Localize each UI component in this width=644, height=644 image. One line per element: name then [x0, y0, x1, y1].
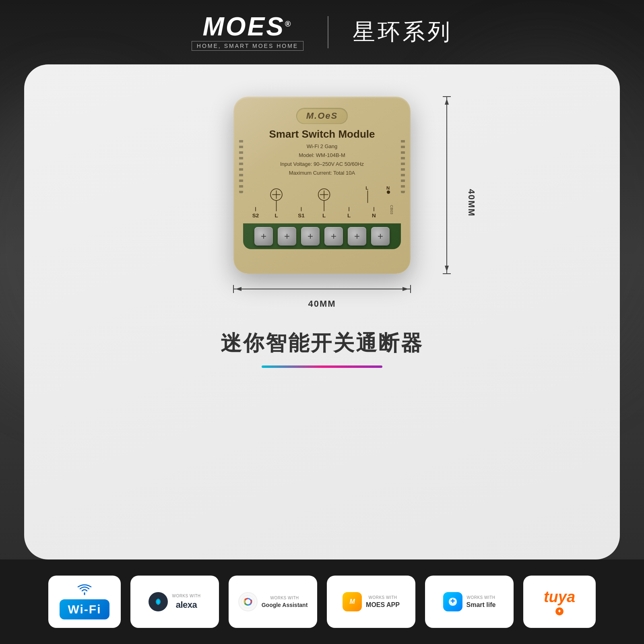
header-divider [328, 16, 328, 48]
svg-marker-31 [235, 287, 242, 291]
terminal-screw-2 [278, 227, 296, 246]
spec2: Model: WM-104B-M [299, 152, 345, 158]
moes-app-text-block: WORKS WITH MOES APP [366, 595, 400, 609]
svg-text:N: N [386, 186, 390, 191]
svg-point-20 [387, 191, 390, 194]
google-icon [238, 592, 258, 611]
header-series: 星环系列 [353, 17, 452, 47]
dim-right-arrow [431, 97, 463, 274]
svg-text:L: L [275, 213, 278, 219]
main-card: 40MM M.OeS Smart Switch Module Wi-Fi 2 G… [24, 64, 620, 559]
brand-logo: MOeS® [202, 14, 292, 39]
terminal-screw-4 [324, 227, 343, 246]
smart-life-icon [443, 592, 462, 611]
svg-marker-3 [445, 99, 449, 105]
tuya-badge: tuya [523, 576, 596, 628]
svg-text:CB03: CB03 [390, 205, 394, 215]
smart-life-label: Smart life [466, 601, 496, 609]
wifi-label: Wi-Fi [68, 603, 101, 616]
alexa-text-block: WORKS WITH alexa [172, 594, 200, 610]
svg-text:L: L [322, 213, 326, 219]
google-works-with: Works with [270, 596, 299, 600]
smart-life-works-with: WORKS WITH [466, 595, 495, 600]
terminal-screw-5 [348, 227, 366, 246]
device-info: Wi-Fi 2 Gang Model: WM-104B-M Input Volt… [280, 142, 364, 178]
google-label: Google Assistant [262, 602, 308, 608]
spec3: Input Voltage: 90–250V AC 50/60Hz [280, 161, 364, 167]
alexa-badge: WORKS WITH alexa [130, 576, 219, 628]
logo-text: MOeS [202, 12, 285, 41]
wifi-icon [76, 584, 93, 596]
dim-bottom-label: 40MM [308, 299, 336, 309]
svg-point-34 [157, 600, 159, 604]
svg-text:S2: S2 [252, 213, 259, 219]
moes-app-badge: M WORKS WITH MOES APP [327, 576, 415, 628]
google-badge: Works with Google Assistant [229, 576, 317, 628]
compat-bar: Wi-Fi WORKS WITH alexa [0, 559, 644, 644]
svg-text:L: L [347, 213, 351, 219]
svg-point-35 [242, 595, 254, 608]
device: M.OeS Smart Switch Module Wi-Fi 2 Gang M… [233, 97, 411, 274]
reg-symbol: ® [285, 19, 293, 28]
svg-text:N: N [372, 213, 376, 219]
smart-life-badge: WORKS WITH Smart life [425, 576, 514, 628]
dim-bottom: 40MM [233, 281, 411, 309]
device-logo-area: M.OeS [296, 108, 348, 124]
wifi-text: Wi-Fi [60, 599, 109, 619]
dim-bottom-arrow [225, 281, 419, 297]
device-dimension-wrapper: 40MM M.OeS Smart Switch Module Wi-Fi 2 G… [233, 97, 411, 309]
wiring-diagram: S2 L S1 L L N L [243, 181, 401, 221]
terminal-screw-6 [371, 227, 390, 246]
terminal-block [243, 223, 401, 249]
header: MOeS® HOME, SMART MOES HOME 星环系列 [0, 0, 644, 64]
svg-text:L: L [365, 186, 368, 191]
svg-marker-32 [402, 287, 409, 291]
moes-app-works-with: WORKS WITH [368, 595, 397, 600]
moes-app-label: MOES APP [366, 601, 400, 609]
device-logo: M.OeS [306, 111, 338, 121]
svg-marker-4 [445, 266, 449, 272]
dim-right-label: 40MM [466, 189, 476, 217]
tuya-dot [555, 607, 564, 615]
alexa-label: alexa [176, 600, 197, 610]
svg-text:S1: S1 [298, 213, 305, 219]
product-name: 迷你智能开关通断器 [221, 329, 423, 357]
brand-block: MOeS® HOME, SMART MOES HOME [192, 14, 303, 51]
moes-app-icon: M [343, 592, 362, 611]
alexa-works-with: WORKS WITH [172, 594, 200, 598]
terminal-screw-1 [254, 227, 273, 246]
smart-life-text-block: WORKS WITH Smart life [466, 595, 496, 609]
terminal-screw-3 [301, 227, 320, 246]
spec1: Wi-Fi 2 Gang [307, 143, 338, 149]
alexa-icon [149, 592, 168, 611]
device-title: Smart Switch Module [269, 128, 375, 140]
spec4: Maximum Current: Total 10A [289, 170, 355, 176]
wifi-badge: Wi-Fi [48, 576, 121, 628]
gradient-bar [262, 365, 382, 368]
tuya-label: tuya [544, 588, 575, 606]
google-text-block: Works with Google Assistant [262, 596, 308, 608]
brand-tagline: HOME, SMART MOES HOME [192, 41, 303, 51]
wiring-area: S2 L S1 L L N L [243, 181, 401, 221]
